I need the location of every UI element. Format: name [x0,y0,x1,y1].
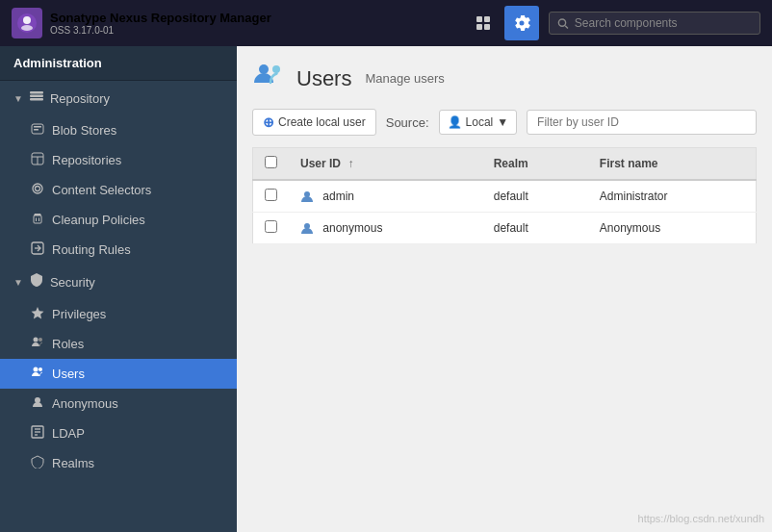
table-row: anonymous default Anonymous [253,213,757,244]
sidebar-group-title-repository[interactable]: ▼ Repository [0,81,237,115]
watermark: https://blog.csdn.net/xundh [638,513,764,524]
source-user-icon: 👤 [448,115,462,129]
repository-group-label: Repository [50,91,110,106]
row-select-1[interactable] [265,220,277,233]
sidebar-item-content-selectors[interactable]: Content Selectors [0,175,237,205]
source-dropdown-arrow: ▼ [497,115,508,129]
svg-rect-14 [34,129,39,131]
page-heading: Users [296,66,351,91]
svg-point-29 [39,367,42,371]
cleanup-policies-label: Cleanup Policies [52,213,145,227]
sidebar-item-cleanup-policies[interactable]: Cleanup Policies [0,205,237,235]
repositories-label: Repositories [52,153,121,167]
topbar: Sonatype Nexus Repository Manager OSS 3.… [0,0,772,46]
table-header-user-id[interactable]: User ID ↑ [289,148,482,181]
row-user-icon-1 [300,221,317,235]
sidebar-item-realms[interactable]: Realms [0,448,237,478]
sidebar: Administration ▼ Repository [0,46,237,532]
row-select-0[interactable] [265,189,277,201]
sidebar-group-title-security[interactable]: ▼ Security [0,265,237,299]
content-selectors-label: Content Selectors [52,183,151,197]
filter-input[interactable] [527,110,757,135]
app-title: Sonatype Nexus Repository Manager [50,11,271,25]
app-version: OSS 3.17.0-01 [50,25,271,36]
packages-icon-btn[interactable] [466,6,501,40]
ldap-icon [31,425,44,442]
blob-stores-label: Blob Stores [52,123,116,138]
svg-rect-6 [484,24,490,30]
sidebar-item-users[interactable]: Users [0,359,237,389]
source-value: Local [466,115,494,129]
toolbar: ⊕ Create local user Source: 👤 Local ▼ [252,109,757,136]
logo-icon [12,8,42,38]
repository-group-icon [29,89,44,108]
sidebar-item-privileges[interactable]: Privileges [0,299,237,329]
svg-line-8 [565,25,568,28]
row-realm-0: default [482,180,588,213]
content-selectors-icon [31,182,44,198]
select-all-checkbox[interactable] [265,156,277,168]
svg-rect-13 [34,126,41,128]
row-first-name-0: Administrator [588,180,757,213]
svg-rect-3 [476,16,482,22]
users-table: User ID ↑ Realm First name [252,147,757,244]
row-realm-1: default [482,213,588,244]
topbar-icons [466,6,539,40]
row-first-name-1: Anonymous [588,213,757,244]
page-subtitle: Manage users [365,71,444,86]
sidebar-item-anonymous[interactable]: Anonymous [0,389,237,418]
table-row: admin default Administrator [253,180,757,213]
svg-point-36 [272,65,280,73]
security-group-icon [29,272,44,291]
table-header-row: User ID ↑ Realm First name [253,148,757,181]
main-content: Users Manage users ⊕ Create local user S… [237,46,772,532]
svg-point-35 [259,64,269,74]
app-layout: Administration ▼ Repository [0,46,772,532]
sidebar-item-ldap[interactable]: LDAP [0,418,237,448]
svg-rect-10 [30,95,43,98]
expand-arrow-repository: ▼ [13,93,23,104]
sort-arrow-user-id: ↑ [347,157,353,170]
security-group-label: Security [50,275,95,290]
table-header-checkbox [253,148,290,181]
users-icon [31,366,44,382]
anonymous-label: Anonymous [52,396,118,411]
table-header-realm[interactable]: Realm [482,148,588,181]
create-local-user-button[interactable]: ⊕ Create local user [252,109,376,136]
expand-arrow-security: ▼ [13,277,23,288]
blob-stores-icon [31,122,44,139]
search-input[interactable] [575,16,752,30]
svg-marker-25 [32,307,44,319]
source-label: Source: [386,115,429,130]
svg-point-18 [33,184,42,193]
row-user-id-0: admin [289,180,482,213]
realms-icon [31,455,44,471]
settings-icon-btn[interactable] [504,6,539,40]
page-title-area: Users Manage users [252,62,757,95]
svg-rect-5 [476,24,482,30]
ldap-label: LDAP [52,426,85,441]
row-checkbox-0 [253,180,290,213]
app-logo: Sonatype Nexus Repository Manager OSS 3.… [12,8,456,38]
privileges-label: Privileges [52,307,106,321]
routing-rules-icon [31,241,44,258]
svg-rect-11 [30,98,43,101]
svg-rect-9 [30,91,43,94]
plus-icon: ⊕ [263,114,274,130]
sidebar-item-repositories[interactable]: Repositories [0,145,237,175]
anonymous-icon [31,395,44,412]
roles-label: Roles [52,337,84,351]
sidebar-item-roles[interactable]: Roles [0,329,237,359]
svg-point-26 [34,338,39,342]
row-user-id-1: anonymous [289,213,482,244]
roles-icon [31,336,44,352]
page-title-icon [252,62,287,95]
sidebar-item-blob-stores[interactable]: Blob Stores [0,115,237,145]
cleanup-policies-icon [31,212,44,228]
source-dropdown[interactable]: 👤 Local ▼ [439,110,518,135]
search-box[interactable] [549,12,760,35]
sidebar-group-security: ▼ Security Privileges [0,265,237,478]
table-header-first-name[interactable]: First name [588,148,757,181]
sidebar-group-repository: ▼ Repository [0,81,237,265]
sidebar-item-routing-rules[interactable]: Routing Rules [0,235,237,265]
